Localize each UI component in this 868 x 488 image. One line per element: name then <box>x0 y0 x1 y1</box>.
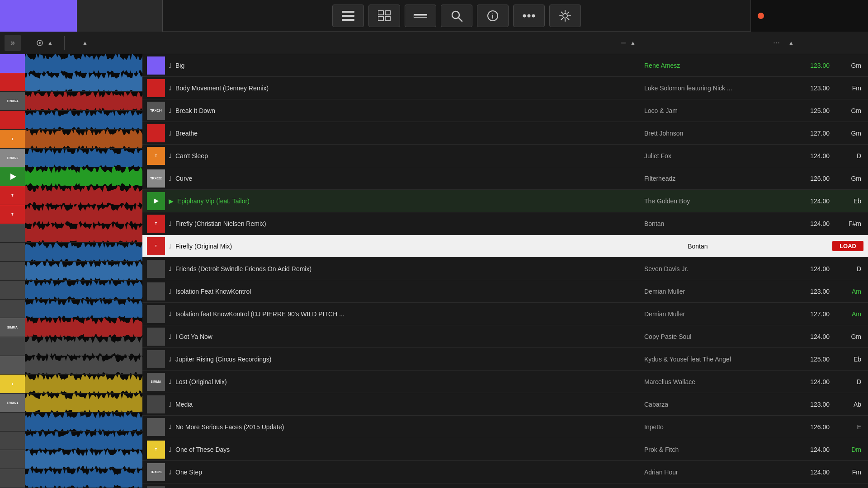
waveform-row <box>0 413 142 432</box>
table-row[interactable]: ♩BigRene Amesz123.00Gm <box>142 54 868 77</box>
grid-view-button[interactable] <box>368 5 400 27</box>
expand-button[interactable]: » <box>5 35 21 51</box>
table-row[interactable]: ♩MediaCabarza123.00Ab <box>142 393 868 416</box>
bpm-value: 127.00 <box>789 310 830 318</box>
waveform-visual <box>25 450 142 469</box>
waveform-visual <box>25 262 142 280</box>
note-icon: ♩ <box>169 265 172 272</box>
list-view-button[interactable] <box>332 5 364 27</box>
table-row[interactable]: ♩No More Serious Faces (2015 Update)Inpe… <box>142 416 868 438</box>
waveform-button[interactable] <box>77 0 163 32</box>
artist-name: Demian Muller <box>644 310 789 318</box>
track-name: Can't Sleep <box>175 152 644 160</box>
table-row[interactable]: ♩Isolation Feat KnowKontrolDemian Muller… <box>142 280 868 303</box>
table-row[interactable]: T♩Can't SleepJuliet Fox124.00D <box>142 145 868 167</box>
artist-name: The Golden Boy <box>644 197 789 205</box>
table-row[interactable]: ♩Suga (Original Mix)Technasia & Green Ve… <box>142 483 868 488</box>
bpm-value: 123.00 <box>789 84 830 92</box>
track-count <box>621 42 626 44</box>
svg-rect-5 <box>378 16 383 21</box>
kuvo-indicator <box>758 13 764 19</box>
waveform-row: TRX022 <box>0 149 142 168</box>
note-icon: ♩ <box>169 62 172 69</box>
bpm-value: 124.00 <box>789 333 830 340</box>
waveform-row <box>0 432 142 450</box>
table-row[interactable]: ♩Body Movement (Denney Remix)Luke Solomo… <box>142 77 868 99</box>
bpm-value: 124.00 <box>789 378 830 385</box>
browse-button[interactable] <box>0 0 77 32</box>
load-button[interactable]: LOAD <box>832 241 863 251</box>
waveform-row: T <box>0 205 142 224</box>
table-row[interactable]: TRX021♩One StepAdrian Hour124.00Fm <box>142 461 868 483</box>
waveform-visual <box>25 186 142 205</box>
row-thumbnail <box>147 260 165 278</box>
info-button[interactable]: i <box>477 5 509 27</box>
bpm-column-header[interactable]: ▲ <box>787 40 827 46</box>
artist-name: Copy Paste Soul <box>644 333 789 340</box>
svg-marker-20 <box>154 198 159 204</box>
waveform-row: SIMMA <box>0 318 142 337</box>
bpm-value: 125.00 <box>789 356 830 363</box>
track-name: Lost (Original Mix) <box>175 378 644 385</box>
table-row[interactable]: SIMMA♩Lost (Original Mix)Marcellus Walla… <box>142 371 868 393</box>
column-options-button[interactable]: ··· <box>773 38 780 47</box>
track-name: Media <box>175 401 644 408</box>
track-thumbnail <box>0 167 25 186</box>
waveform-row <box>0 73 142 92</box>
table-row[interactable]: TRX024♩Break It DownLoco & Jam125.00Gm <box>142 99 868 122</box>
track-thumbnail <box>0 281 25 299</box>
note-icon: ♩ <box>169 130 172 137</box>
track-column-header[interactable]: ▲ <box>80 40 621 46</box>
waveform-visual <box>25 149 142 167</box>
waveform-row <box>0 167 142 186</box>
artist-name: Adrian Hour <box>644 469 789 476</box>
related-button[interactable]: ▲ <box>37 40 53 46</box>
bpm-value: 126.00 <box>789 175 830 182</box>
table-row[interactable]: T♩Firefly (Christian Nielsen Remix)Bonta… <box>142 212 868 235</box>
bpm-value: 123.00 <box>789 288 830 295</box>
artist-column-header[interactable]: ▲ <box>628 40 773 46</box>
row-thumbnail <box>147 305 165 323</box>
bpm-value: 124.00 <box>789 197 830 205</box>
note-icon: ♩ <box>169 243 172 250</box>
table-row[interactable]: T♩One of These DaysProk & Fitch124.00Dm <box>142 438 868 461</box>
track-table: ♩BigRene Amesz123.00Gm♩Body Movement (De… <box>142 54 868 488</box>
row-thumbnail <box>147 328 165 346</box>
table-row[interactable]: ♩Friends (Detroit Swindle Friends On Aci… <box>142 258 868 280</box>
track-thumbnail <box>0 54 25 73</box>
key-value: F#m <box>830 220 861 227</box>
settings-button[interactable] <box>549 5 581 27</box>
artist-name: Cabarza <box>644 401 789 408</box>
table-row[interactable]: ♩Isolation feat KnowKontrol (DJ PIERRE 9… <box>142 303 868 325</box>
table-row[interactable]: ♩I Got Ya NowCopy Paste Soul124.00Gm <box>142 325 868 348</box>
row-thumbnail: TRX024 <box>147 102 165 120</box>
waveform-row <box>0 356 142 375</box>
note-icon: ♩ <box>169 469 172 476</box>
key-value: Eb <box>830 356 861 363</box>
key-value: E <box>830 423 861 431</box>
table-row[interactable]: T♩Firefly (Original Mix)BontanLOAD <box>142 235 868 258</box>
note-icon: ♩ <box>169 423 172 431</box>
table-row[interactable]: ♩Jupiter Rising (Circus Recordings)Kydus… <box>142 348 868 371</box>
artist-name: Kydus & Yousef feat The Angel <box>644 356 789 363</box>
search-button[interactable] <box>441 5 472 27</box>
track-thumbnail: SIMMA <box>0 318 25 337</box>
key-value: D <box>830 378 861 385</box>
note-icon: ♩ <box>169 356 172 363</box>
note-icon: ♩ <box>169 378 172 385</box>
row-thumbnail: T <box>147 147 165 165</box>
table-row[interactable]: ♩BreatheBrett Johnson127.00Gm <box>142 122 868 145</box>
artist-name: Filterheadz <box>644 175 789 182</box>
svg-point-18 <box>39 42 41 44</box>
row-thumbnail <box>147 124 165 142</box>
waveform-view-button[interactable] <box>405 5 436 27</box>
row-thumbnail <box>147 486 165 488</box>
more-button[interactable] <box>513 5 545 27</box>
track-thumbnail: T <box>0 205 25 224</box>
table-row[interactable]: TRX022♩CurveFilterheadz126.00Gm <box>142 167 868 190</box>
artist-name: Marcellus Wallace <box>644 378 789 385</box>
table-row[interactable]: ▶Epiphany Vip (feat. Tailor)The Golden B… <box>142 190 868 212</box>
note-icon: ♩ <box>169 107 172 114</box>
row-thumbnail: SIMMA <box>147 373 165 391</box>
waveform-row <box>0 337 142 356</box>
